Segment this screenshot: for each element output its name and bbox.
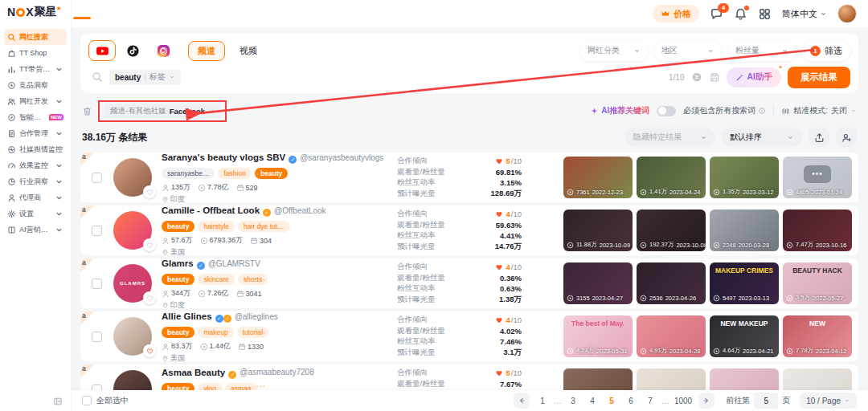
price-button[interactable]: 价格 xyxy=(653,5,699,22)
collapse-sidebar-icon[interactable] xyxy=(53,397,63,406)
video-thumbnail[interactable]: 4805 2023-01-24 ••• xyxy=(783,157,852,198)
goto-page-input[interactable] xyxy=(754,393,778,409)
favorite-button[interactable] xyxy=(143,291,156,304)
precise-mode-selector[interactable]: 精准模式: 关闭 xyxy=(781,105,857,116)
influencer-name[interactable]: Saranya's beauty vlogs SBV xyxy=(162,153,285,162)
followers-filter-dropdown[interactable]: 粉丝量 xyxy=(728,41,796,61)
show-results-button[interactable]: 展示结果 xyxy=(788,67,850,88)
topic-tag[interactable]: beauty xyxy=(162,327,194,338)
apps-grid-icon[interactable] xyxy=(758,7,772,21)
row-checkbox[interactable] xyxy=(92,173,102,183)
topic-tag[interactable]: makeup xyxy=(198,327,233,338)
video-thumbnail[interactable]: 11.88万 2023-10-09 xyxy=(563,210,633,251)
applied-filter-tag[interactable]: 频道-有其他社媒 Facebook xyxy=(104,104,221,119)
sidebar-item-4[interactable]: 网红开发 xyxy=(4,93,67,109)
sidebar-item-11[interactable]: 设置 xyxy=(4,206,67,222)
video-thumbnail[interactable]: 7361 2022-12-23 xyxy=(563,157,633,198)
video-thumbnail[interactable]: BEAUTY HACK 3.5万 2022-05-27 xyxy=(783,262,852,304)
category-filter-dropdown[interactable]: 网红分类 xyxy=(580,41,648,61)
video-thumbnail[interactable]: The best of May. 4.24万 2023-05-31 xyxy=(563,315,633,357)
video-thumbnail[interactable]: NEW 7.78万 2023-04-12 xyxy=(783,315,852,357)
content-tab-1[interactable]: 视频 xyxy=(230,41,267,61)
sidebar-item-9[interactable]: 行业洞察 xyxy=(4,173,67,189)
platform-youtube[interactable] xyxy=(88,40,116,61)
video-thumbnail[interactable]: 192.37万 2023-10-08 xyxy=(637,210,706,251)
row-checkbox[interactable] xyxy=(92,279,102,289)
page-number[interactable]: 3 xyxy=(565,397,581,405)
add-to-group-button[interactable] xyxy=(836,128,857,147)
page-number[interactable]: 5 xyxy=(604,397,620,405)
page-size-selector[interactable]: 10 / Page xyxy=(800,393,857,409)
language-selector[interactable]: 简体中文 xyxy=(782,8,827,20)
more-button[interactable]: ⋯ xyxy=(256,169,266,180)
sidebar-item-10[interactable]: 代理商 xyxy=(4,189,67,206)
next-page-button[interactable] xyxy=(698,393,714,409)
prev-page-button[interactable] xyxy=(514,393,530,409)
video-thumbnail[interactable]: MAKEUP CRIMES 5497 2023-03-13 xyxy=(710,262,779,304)
must-include-toggle[interactable] xyxy=(657,106,676,116)
more-button[interactable]: ⋯ xyxy=(256,222,266,233)
ai-assistant-button[interactable]: AI助手 ✦ xyxy=(727,67,782,87)
videos-count: 1330 xyxy=(248,343,264,351)
sidebar-item-7[interactable]: 社媒舆情监控 xyxy=(4,141,67,157)
video-thumbnail[interactable]: 1.41万 2023-04-24 xyxy=(637,157,706,198)
sidebar-item-12[interactable]: AI营销研究院 xyxy=(4,222,67,238)
keyword-tag[interactable]: beauty | 标签 xyxy=(109,70,181,85)
sidebar-item-8[interactable]: 效果监控 xyxy=(4,157,67,173)
topic-tag[interactable]: fashion xyxy=(218,168,251,179)
sidebar-item-2[interactable]: TT带货热榜 xyxy=(4,61,67,77)
topic-tag[interactable]: beauty xyxy=(162,274,194,285)
row-checkbox[interactable] xyxy=(92,332,102,342)
trash-icon[interactable] xyxy=(82,106,92,116)
influencer-name[interactable]: Allie Glines xyxy=(162,311,212,321)
messages-icon[interactable]: 4 xyxy=(710,7,723,21)
select-all-checkbox[interactable] xyxy=(82,396,92,405)
video-thumbnail[interactable]: 2248 2020-03-28 xyxy=(710,210,779,251)
sidebar-item-3[interactable]: 竞品洞察 xyxy=(4,77,67,93)
verified-blue-icon: ✓ xyxy=(289,156,297,164)
notifications-icon[interactable] xyxy=(734,7,747,21)
row-checkbox[interactable] xyxy=(92,226,102,236)
more-button[interactable]: ⋯ xyxy=(256,275,266,286)
topic-tag[interactable]: saranyasbe… xyxy=(162,168,215,179)
region-filter-dropdown[interactable]: 地区 xyxy=(654,41,722,61)
video-thumbnail[interactable]: 2536 2023-04-26 xyxy=(637,262,706,304)
video-thumbnail[interactable]: 4.91万 2023-04-28 xyxy=(637,315,706,357)
sidebar-item-5[interactable]: 智能营销计划NEW xyxy=(4,109,67,125)
sidebar-item-0[interactable]: 网红搜索 xyxy=(4,29,67,45)
video-thumbnail[interactable]: 1.35万 2023-03-12 xyxy=(710,157,779,198)
influencer-name[interactable]: Asmaa Beauty xyxy=(162,368,225,377)
page-number[interactable]: 1000 xyxy=(673,397,694,405)
influencer-name[interactable]: Camille - Offbeat Look xyxy=(162,206,260,215)
favorite-button[interactable] xyxy=(143,185,156,198)
ai-suggest-keywords[interactable]: AI推荐关键词 xyxy=(590,105,649,116)
favorite-button[interactable] xyxy=(143,238,156,251)
favorite-button[interactable] xyxy=(143,344,156,357)
topic-tag[interactable]: skincare xyxy=(198,274,235,285)
more-button[interactable]: ⋯ xyxy=(256,328,266,339)
thumbnail-caption: MAKEUP CRIMES xyxy=(710,267,779,275)
page-number[interactable]: 1 xyxy=(534,397,551,405)
clear-search-icon[interactable] xyxy=(691,71,702,83)
content-tab-0[interactable]: 频道 xyxy=(188,41,225,61)
platform-tiktok[interactable] xyxy=(119,40,146,61)
influencer-name[interactable]: Glamrs xyxy=(162,258,194,268)
video-thumbnail[interactable]: 7.47万 2023-10-16 xyxy=(783,210,852,251)
export-button[interactable] xyxy=(809,128,829,147)
video-thumbnail[interactable]: 3155 2023-04-27 xyxy=(563,262,633,304)
sidebar-item-6[interactable]: 合作管理 xyxy=(4,125,67,141)
topic-tag[interactable]: hairstyle xyxy=(198,221,235,232)
page-number[interactable]: 4 xyxy=(584,397,600,405)
app-logo[interactable]: NX聚星★ xyxy=(0,0,71,24)
video-thumbnail[interactable]: NEW MAKEUP 4.64万 2023-04-21 xyxy=(710,315,779,357)
platform-instagram[interactable] xyxy=(149,40,177,61)
user-avatar[interactable] xyxy=(837,4,857,23)
hide-results-dropdown[interactable]: 隐藏特定结果 xyxy=(625,128,715,147)
page-number[interactable]: 6 xyxy=(623,397,639,405)
topic-tag[interactable]: beauty xyxy=(162,221,194,232)
save-search-icon[interactable] xyxy=(709,71,720,83)
sidebar-item-1[interactable]: TT Shop xyxy=(4,45,67,61)
page-number[interactable]: 7 xyxy=(642,397,658,405)
sort-dropdown[interactable]: 默认排序 xyxy=(722,128,802,147)
filter-button[interactable]: 1 筛选 xyxy=(802,41,850,61)
